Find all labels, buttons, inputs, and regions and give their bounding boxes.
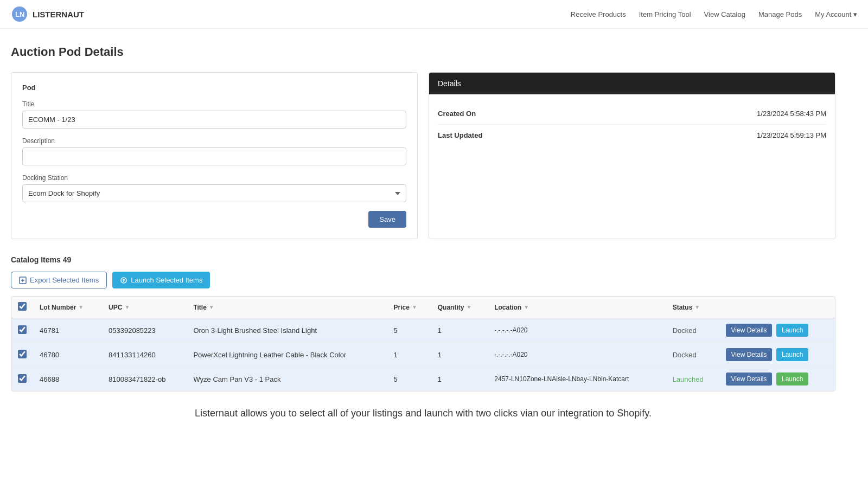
select-all-checkbox[interactable] (18, 302, 27, 311)
row-status: Launched (666, 367, 719, 391)
row-actions: View Details Launch (719, 343, 835, 367)
col-lot-number-label: Lot Number (40, 304, 76, 311)
docking-station-select[interactable]: Ecom Dock for Shopify Dock 2 Dock 3 (22, 184, 406, 202)
nav-my-account[interactable]: My Account ▾ (815, 10, 857, 18)
row-checkbox-cell (11, 367, 33, 391)
col-status: Status ▼ (666, 297, 719, 318)
last-updated-row: Last Updated 1/23/2024 5:59:13 PM (438, 125, 826, 146)
quantity-filter-icon[interactable]: ▼ (466, 304, 471, 310)
row-quantity: 1 (431, 343, 488, 367)
launch-row-button-0[interactable]: Launch (776, 324, 808, 337)
row-upc: 053392085223 (102, 318, 187, 343)
title-label: Title (22, 100, 406, 108)
docking-station-label: Docking Station (22, 174, 406, 182)
brand-name: LISTERNAUT (33, 10, 84, 19)
launch-selected-button[interactable]: Launch Selected Items (112, 272, 210, 288)
nav-item-pricing[interactable]: Item Pricing Tool (639, 10, 691, 18)
view-details-button-0[interactable]: View Details (726, 324, 773, 337)
row-checkbox-0[interactable] (18, 325, 27, 334)
row-actions: View Details Launch (719, 367, 835, 391)
description-input[interactable] (22, 147, 406, 165)
details-body: Created On 1/23/2024 5:58:43 PM Last Upd… (429, 94, 835, 155)
row-checkbox-1[interactable] (18, 350, 27, 358)
row-checkbox-cell (11, 318, 33, 343)
details-header: Details (429, 73, 835, 94)
col-quantity-label: Quantity (438, 304, 464, 311)
created-on-value: 1/23/2024 5:58:43 PM (757, 110, 826, 118)
col-upc-label: UPC (108, 304, 122, 311)
col-price-label: Price (394, 304, 410, 311)
export-button-label: Export Selected Items (30, 276, 99, 284)
catalog-table-container: Lot Number ▼ UPC ▼ Title (11, 296, 835, 391)
last-updated-label: Last Updated (438, 131, 482, 139)
nav-links: Receive Products Item Pricing Tool View … (571, 10, 857, 18)
col-location: Location ▼ (488, 297, 666, 318)
pod-section-label: Pod (22, 84, 406, 92)
col-title: Title ▼ (187, 297, 387, 318)
save-button[interactable]: Save (368, 211, 406, 228)
brand-logo: LN (11, 5, 28, 23)
row-checkbox-cell (11, 343, 33, 367)
view-details-button-1[interactable]: View Details (726, 348, 773, 361)
row-quantity: 1 (431, 367, 488, 391)
lot-number-filter-icon[interactable]: ▼ (78, 304, 84, 310)
catalog-section: Catalog Items 49 Export Selected Items L… (11, 255, 835, 391)
svg-text:LN: LN (15, 10, 24, 18)
col-checkbox (11, 297, 33, 318)
table-row: 46780 841133114260 PowerXcel Lightning L… (11, 343, 835, 367)
table-row: 46781 053392085223 Oron 3-Light Brushed … (11, 318, 835, 343)
row-lot-number: 46781 (33, 318, 102, 343)
launch-row-button-1[interactable]: Launch (776, 348, 808, 361)
export-selected-button[interactable]: Export Selected Items (11, 272, 107, 288)
row-lot-number: 46780 (33, 343, 102, 367)
col-upc: UPC ▼ (102, 297, 187, 318)
details-card: Details Created On 1/23/2024 5:58:43 PM … (429, 72, 835, 239)
description-label: Description (22, 137, 406, 145)
col-title-label: Title (193, 304, 206, 311)
created-on-row: Created On 1/23/2024 5:58:43 PM (438, 103, 826, 125)
row-price: 5 (387, 318, 431, 343)
docking-station-group: Docking Station Ecom Dock for Shopify Do… (22, 174, 406, 202)
navbar: LN LISTERNAUT Receive Products Item Pric… (0, 0, 868, 29)
view-details-button-2[interactable]: View Details (726, 373, 773, 386)
col-quantity: Quantity ▼ (431, 297, 488, 318)
row-checkbox-2[interactable] (18, 374, 27, 383)
description-group: Description (22, 137, 406, 165)
row-actions: View Details Launch (719, 318, 835, 343)
row-location: -.-.-.-.-A020 (488, 318, 666, 343)
catalog-tbody: 46781 053392085223 Oron 3-Light Brushed … (11, 318, 835, 391)
catalog-table: Lot Number ▼ UPC ▼ Title (11, 297, 835, 391)
row-title: PowerXcel Lightning Leather Cable - Blac… (187, 343, 387, 367)
row-status: Docked (666, 343, 719, 367)
pod-card: Pod Title Description Docking Station Ec… (11, 72, 418, 239)
title-group: Title (22, 100, 406, 129)
row-upc: 841133114260 (102, 343, 187, 367)
row-lot-number: 46688 (33, 367, 102, 391)
title-filter-icon[interactable]: ▼ (209, 304, 214, 310)
row-location: 2457-LN10Zone-LNAisle-LNbay-LNbin-Katcar… (488, 367, 666, 391)
brand: LN LISTERNAUT (11, 5, 84, 23)
launch-row-button-2[interactable]: Launch (776, 373, 808, 386)
export-icon (19, 277, 27, 284)
price-filter-icon[interactable]: ▼ (412, 304, 417, 310)
col-actions (719, 297, 835, 318)
row-location: -.-.-.-.-A020 (488, 343, 666, 367)
row-price: 1 (387, 343, 431, 367)
page: Auction Pod Details Pod Title Descriptio… (0, 29, 846, 446)
footer-text: Listernaut allows you to select all of y… (11, 397, 835, 430)
table-row: 46688 810083471822-ob Wyze Cam Pan V3 - … (11, 367, 835, 391)
location-filter-icon[interactable]: ▼ (524, 304, 529, 310)
last-updated-value: 1/23/2024 5:59:13 PM (757, 131, 826, 139)
nav-manage-pods[interactable]: Manage Pods (758, 10, 802, 18)
status-filter-icon[interactable]: ▼ (694, 304, 700, 310)
upc-filter-icon[interactable]: ▼ (124, 304, 130, 310)
row-status: Docked (666, 318, 719, 343)
launch-icon (120, 277, 127, 284)
created-on-label: Created On (438, 110, 476, 118)
nav-view-catalog[interactable]: View Catalog (704, 10, 745, 18)
form-actions: Save (22, 211, 406, 228)
row-price: 5 (387, 367, 431, 391)
title-input[interactable] (22, 111, 406, 129)
launch-button-label: Launch Selected Items (131, 276, 202, 284)
nav-receive-products[interactable]: Receive Products (571, 10, 626, 18)
